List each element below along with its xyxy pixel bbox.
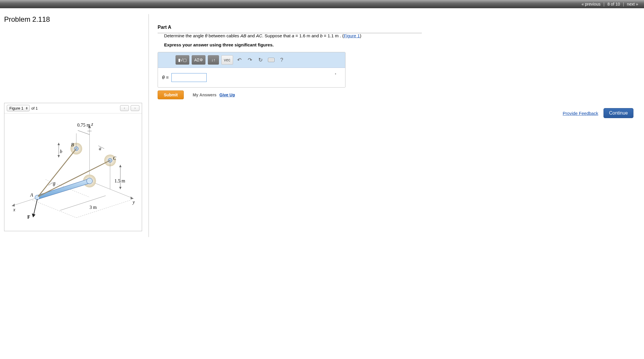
provide-feedback-link[interactable]: Provide Feedback (563, 111, 598, 116)
svg-text:3 m: 3 m (90, 205, 97, 210)
previous-link[interactable]: « previous (579, 2, 603, 6)
svg-text:1.5 m: 1.5 m (114, 178, 125, 183)
give-up-link[interactable]: Give Up (220, 93, 235, 97)
answer-input[interactable] (171, 73, 207, 82)
svg-text:θ: θ (53, 182, 55, 187)
submit-button[interactable]: Submit (158, 90, 184, 99)
answer-lhs: θ = (162, 75, 168, 80)
next-link[interactable]: next » (625, 2, 640, 6)
figure-select[interactable]: Figure 1 (7, 105, 30, 111)
keyboard-icon (268, 58, 274, 62)
reset-button[interactable]: ↻ (257, 56, 265, 64)
answer-input-row: θ = ∘ (158, 68, 345, 87)
svg-text:z: z (91, 122, 93, 127)
part-label: Part A (158, 25, 638, 30)
figure-svg: 0.75 m z x y B C A b a θ F 1.5 m 3 m (4, 113, 142, 231)
degree-mark: ∘ (335, 72, 336, 75)
svg-text:y: y (132, 199, 135, 205)
svg-marker-23 (58, 155, 60, 157)
svg-line-1 (90, 181, 134, 199)
figure-next-button[interactable]: › (131, 105, 139, 111)
svg-text:C: C (113, 156, 116, 161)
svg-line-16 (38, 160, 110, 197)
my-answers-label: My Answers (193, 93, 216, 97)
svg-marker-25 (119, 187, 122, 189)
svg-line-6 (60, 196, 106, 210)
svg-marker-31 (131, 197, 134, 199)
right-column: Part A Determine the angle θ between cab… (149, 8, 644, 237)
figure-link[interactable]: Figure 1 (344, 33, 360, 38)
nav-separator: | (622, 2, 625, 6)
svg-line-4 (76, 200, 131, 218)
svg-marker-8 (38, 179, 90, 199)
svg-text:F: F (27, 214, 30, 219)
top-nav-bar: « previous | 8 of 10 | next » (0, 0, 644, 8)
svg-text:a: a (99, 146, 101, 151)
problem-title: Problem 2.118 (4, 15, 146, 24)
continue-button[interactable]: Continue (603, 108, 633, 118)
prompt-text: Determine the angle θ between cables AB … (164, 33, 638, 38)
svg-text:A: A (30, 192, 33, 197)
templates-button[interactable]: ▮√▢ (176, 55, 189, 65)
svg-text:0.75 m: 0.75 m (77, 123, 90, 128)
subsup-button[interactable]: ↓↑ (208, 55, 219, 65)
figure-panel: Figure 1 of 1 ‹ › (4, 103, 142, 231)
nav-count: 8 of 10 (605, 2, 622, 6)
svg-marker-30 (12, 204, 15, 207)
svg-marker-29 (32, 214, 35, 217)
nav-separator: | (603, 2, 605, 6)
figure-prev-button[interactable]: ‹ (120, 105, 129, 111)
svg-marker-24 (119, 165, 122, 167)
svg-text:b: b (60, 149, 62, 154)
vec-button[interactable]: vec (221, 55, 233, 65)
svg-text:x: x (13, 207, 15, 212)
redo-button[interactable]: ↷ (246, 56, 254, 64)
instruction-text: Express your answer using three signific… (164, 42, 638, 47)
left-column: Problem 2.118 Figure 1 of 1 ‹ › (0, 8, 149, 237)
svg-line-3 (32, 200, 76, 218)
svg-point-9 (87, 178, 92, 184)
action-row: Submit My Answers Give Up (158, 90, 638, 99)
greek-button[interactable]: ΑΣΦ (192, 55, 205, 65)
figure-body: 0.75 m z x y B C A b a θ F 1.5 m 3 m (4, 113, 142, 231)
figure-select-label: Figure 1 (9, 106, 23, 110)
footer-row: Provide Feedback Continue (158, 108, 638, 118)
svg-text:B: B (71, 142, 74, 147)
keyboard-button[interactable] (267, 56, 275, 64)
undo-button[interactable]: ↶ (235, 56, 244, 64)
equation-toolbar: ▮√▢ ΑΣΦ ↓↑ vec ↶ ↷ ↻ ? (158, 52, 345, 68)
help-button[interactable]: ? (278, 56, 286, 64)
figure-header: Figure 1 of 1 ‹ › (4, 103, 142, 113)
answer-box: ▮√▢ ΑΣΦ ↓↑ vec ↶ ↷ ↻ ? θ = ∘ (158, 52, 345, 88)
svg-marker-22 (58, 143, 60, 145)
figure-of-text: of 1 (31, 106, 38, 110)
